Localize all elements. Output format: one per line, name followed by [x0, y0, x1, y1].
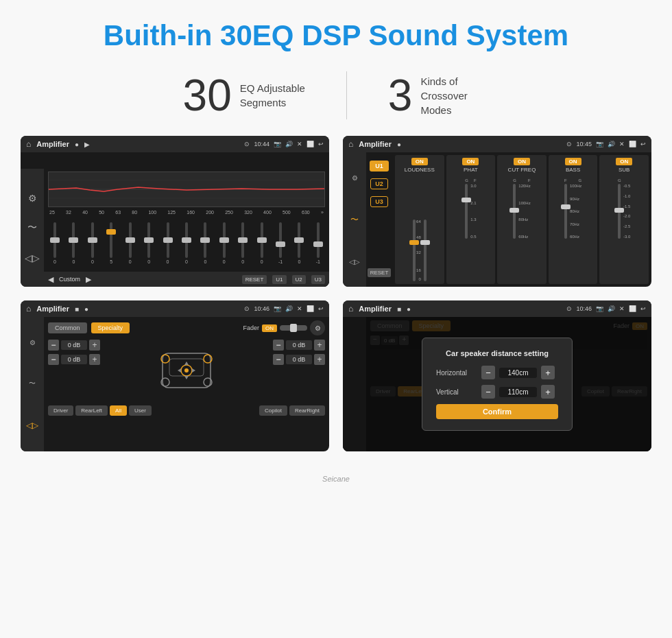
close-icon-2[interactable]: ✕: [619, 141, 625, 147]
eq-prev-btn[interactable]: ◀: [48, 275, 53, 284]
dialog-row-vertical: Vertical − 110cm +: [436, 385, 558, 399]
eq-slider-10[interactable]: 0: [237, 222, 248, 264]
screen-speaker: ⌂ Amplifier ■ ● ⊙ 10:46 📷 🔊 ✕ ⬜ ↩ ⚙ 〜 ◁▷: [21, 300, 329, 451]
ch2-plus[interactable]: +: [89, 354, 100, 365]
watermark: Seicane: [322, 475, 350, 483]
eq-slider-5[interactable]: 0: [143, 222, 154, 264]
confirm-btn-wrapper: Confirm: [436, 404, 558, 419]
volume-icon-4: 🔊: [608, 305, 615, 312]
window-icon-2[interactable]: ⬜: [629, 141, 636, 147]
screen-eq: ⌂ Amplifier ● ▶ ⊙ 10:44 📷 🔊 ✕ ⬜ ↩ ⚙ 〜 ◁▷: [21, 136, 329, 287]
play-icon: ▶: [84, 141, 90, 148]
screenshots-grid: ⌂ Amplifier ● ▶ ⊙ 10:44 📷 🔊 ✕ ⬜ ↩ ⚙ 〜 ◁▷: [0, 136, 672, 472]
record-icon-3: ■: [75, 305, 79, 313]
window-icon-4[interactable]: ⬜: [629, 305, 636, 312]
cross-u3-btn[interactable]: U3: [370, 196, 388, 207]
cutfreq-toggle[interactable]: ON: [514, 158, 530, 165]
eq-slider-6[interactable]: 0: [163, 222, 173, 264]
back-icon-4[interactable]: ↩: [640, 305, 646, 312]
cross-u1-btn[interactable]: U1: [370, 161, 389, 172]
back-icon-3[interactable]: ↩: [318, 305, 324, 312]
home-icon[interactable]: ⌂: [26, 139, 31, 149]
eq-slider-0[interactable]: 0: [49, 222, 60, 264]
band-loudness: ON LOUDNESS 64 48 32 16 0: [395, 155, 444, 284]
phat-toggle[interactable]: ON: [462, 158, 479, 165]
ch2-minus[interactable]: −: [48, 354, 59, 365]
svg-point-11: [184, 368, 189, 373]
eq-screen-content: ⚙ 〜 ◁▷: [21, 152, 329, 287]
btn-rearright[interactable]: RearRight: [289, 405, 325, 416]
eq-slider-3[interactable]: 5: [106, 222, 117, 264]
close-icon-3[interactable]: ✕: [297, 305, 302, 312]
close-icon-4[interactable]: ✕: [619, 305, 625, 312]
stat-crossover-label: Kinds ofCrossover Modes: [420, 74, 489, 117]
sub-toggle[interactable]: ON: [616, 158, 632, 165]
eq-u1-btn[interactable]: U1: [272, 275, 286, 284]
vertical-plus-btn[interactable]: +: [541, 385, 555, 399]
eq-u3-btn[interactable]: U3: [311, 275, 325, 284]
spk-settings-btn[interactable]: ⚙: [310, 320, 325, 335]
eq-u2-btn[interactable]: U2: [292, 275, 306, 284]
eq-slider-13[interactable]: 0: [293, 222, 304, 264]
ch4-minus[interactable]: −: [273, 354, 284, 365]
fader-slider[interactable]: [280, 325, 307, 331]
btn-all[interactable]: All: [110, 405, 127, 416]
time-1: 10:44: [254, 141, 269, 147]
spk-icon-3[interactable]: ◁▷: [26, 421, 38, 430]
eq-filter-icon[interactable]: ⚙: [28, 193, 37, 204]
eq-wave-icon[interactable]: 〜: [27, 222, 37, 234]
record-icon-2: ●: [397, 141, 401, 148]
home-icon-4[interactable]: ⌂: [348, 304, 353, 314]
cross-u2-btn[interactable]: U2: [370, 178, 388, 189]
eq-slider-9[interactable]: 0: [219, 222, 230, 264]
spk-icon-1[interactable]: ⚙: [29, 339, 36, 346]
eq-slider-1[interactable]: 0: [68, 222, 79, 264]
location-icon-2: ⊙: [566, 141, 572, 147]
eq-slider-12[interactable]: -1: [275, 222, 286, 264]
close-icon[interactable]: ✕: [297, 141, 302, 147]
vertical-minus-btn[interactable]: −: [481, 385, 495, 399]
ch3-plus[interactable]: +: [314, 340, 325, 351]
spk-icon-2[interactable]: 〜: [29, 379, 36, 388]
eq-vol-icon[interactable]: ◁▷: [25, 252, 40, 263]
horizontal-minus-btn[interactable]: −: [481, 366, 495, 379]
tab-common[interactable]: Common: [48, 322, 87, 333]
volume-icon: 🔊: [285, 141, 293, 147]
window-icon-3[interactable]: ⬜: [307, 305, 314, 312]
eq-slider-14[interactable]: -1: [313, 222, 324, 264]
ch1-plus[interactable]: +: [89, 340, 100, 351]
btn-copilot[interactable]: Copilot: [259, 405, 287, 416]
btn-user[interactable]: User: [129, 405, 152, 416]
back-icon[interactable]: ↩: [318, 141, 324, 147]
home-icon-3[interactable]: ⌂: [26, 304, 31, 314]
topbar-icons-2: ⊙ 10:45 📷 🔊 ✕ ⬜ ↩: [566, 141, 646, 147]
eq-next-btn[interactable]: ▶: [86, 275, 91, 284]
btn-driver[interactable]: Driver: [48, 405, 73, 416]
cross-reset-btn[interactable]: RESET: [368, 268, 392, 277]
tab-specialty[interactable]: Specialty: [91, 322, 130, 333]
home-icon-2[interactable]: ⌂: [348, 139, 353, 149]
eq-slider-2[interactable]: 0: [87, 222, 98, 264]
location-icon-3: ⊙: [244, 305, 250, 312]
cross-icon-1[interactable]: ⚙: [352, 174, 358, 182]
fader-on-toggle[interactable]: ON: [262, 324, 277, 332]
btn-rearleft[interactable]: RearLeft: [75, 405, 108, 416]
ch4-plus[interactable]: +: [314, 354, 325, 365]
spk-bottom-btns: Driver RearLeft All User Copilot RearRig…: [48, 405, 325, 416]
window-icon[interactable]: ⬜: [307, 141, 314, 147]
eq-slider-4[interactable]: 0: [125, 222, 136, 264]
back-icon-2[interactable]: ↩: [640, 141, 646, 147]
eq-slider-7[interactable]: 0: [181, 222, 192, 264]
ch1-minus[interactable]: −: [48, 340, 59, 351]
loudness-toggle[interactable]: ON: [411, 158, 428, 165]
confirm-button[interactable]: Confirm: [436, 404, 558, 419]
horizontal-plus-btn[interactable]: +: [541, 366, 555, 379]
ch3-minus[interactable]: −: [273, 340, 284, 351]
page-title: Buith-in 30EQ DSP Sound System: [14, 19, 658, 52]
eq-reset-btn[interactable]: RESET: [242, 275, 267, 284]
cross-u-panel: U1 U2 U3 RESET: [366, 152, 392, 287]
bass-toggle[interactable]: ON: [565, 158, 581, 165]
cross-icon-2[interactable]: 〜: [350, 214, 359, 226]
eq-slider-8[interactable]: 0: [200, 222, 211, 264]
eq-slider-11[interactable]: 0: [256, 222, 267, 264]
